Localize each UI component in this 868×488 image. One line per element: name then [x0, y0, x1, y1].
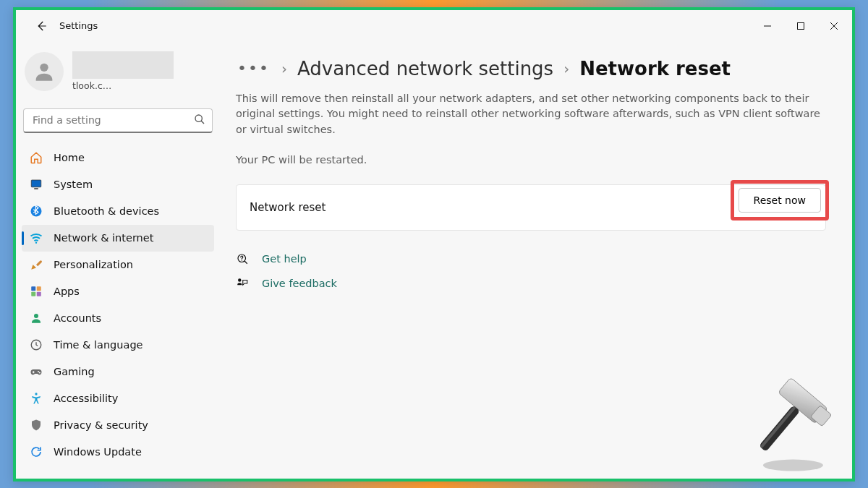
search-wrap — [23, 108, 213, 133]
avatar — [25, 52, 64, 91]
sidebar-item-label: Privacy & security — [54, 419, 148, 431]
svg-point-16 — [35, 393, 37, 395]
restart-note: Your PC will be restarted. — [236, 153, 826, 168]
breadcrumb-more-button[interactable]: ••• — [236, 59, 271, 77]
profile-name-redacted — [72, 51, 174, 79]
bluetooth-icon — [29, 204, 43, 218]
svg-rect-9 — [37, 286, 41, 291]
sidebar-item-label: Network & internet — [54, 232, 153, 244]
sidebar-item-home[interactable]: Home — [22, 145, 214, 171]
svg-point-15 — [39, 372, 41, 374]
minimize-button[interactable] — [751, 15, 784, 37]
sidebar-item-label: Personalization — [54, 259, 133, 270]
chevron-right-icon: › — [281, 60, 287, 77]
svg-rect-5 — [34, 188, 38, 189]
titlebar: Settings — [16, 10, 852, 42]
sidebar-item-label: Accessibility — [54, 393, 118, 404]
support-links: Get help Give feedback — [236, 252, 826, 290]
svg-point-14 — [38, 371, 39, 372]
feedback-link-row: Give feedback — [236, 277, 826, 290]
svg-rect-0 — [798, 22, 804, 29]
sidebar-item-windows-update[interactable]: Windows Update — [22, 439, 214, 466]
network-reset-card-wrap: Network reset Reset now — [236, 184, 826, 231]
sidebar-item-accessibility[interactable]: Accessibility — [22, 385, 214, 412]
svg-point-7 — [35, 242, 37, 244]
back-button[interactable] — [33, 18, 49, 34]
help-icon — [236, 252, 249, 265]
sidebar-item-bluetooth-devices[interactable]: Bluetooth & devices — [22, 198, 214, 225]
reset-button-highlight: Reset now — [731, 180, 829, 221]
settings-window: Settings tlook.c… — [13, 7, 855, 481]
sidebar-item-label: Home — [54, 152, 85, 163]
search-input[interactable] — [23, 108, 213, 133]
give-feedback-link[interactable]: Give feedback — [262, 278, 337, 289]
sidebar-item-gaming[interactable]: Gaming — [22, 359, 214, 385]
svg-rect-10 — [31, 292, 35, 296]
svg-rect-11 — [37, 292, 41, 296]
description-text: This will remove then reinstall all your… — [236, 91, 826, 138]
sidebar-item-label: Accounts — [54, 312, 101, 324]
chevron-right-icon: › — [563, 60, 569, 77]
svg-rect-8 — [31, 286, 35, 291]
help-link-row: Get help — [236, 252, 826, 265]
windows-update-icon — [29, 445, 43, 459]
apps-icon — [29, 284, 43, 299]
home-icon — [29, 150, 43, 165]
profile-block[interactable]: tlook.c… — [22, 48, 214, 104]
breadcrumb-item-previous[interactable]: Advanced network settings — [297, 58, 553, 80]
svg-point-18 — [238, 278, 242, 282]
reset-now-button[interactable]: Reset now — [739, 188, 821, 213]
sidebar-item-apps[interactable]: Apps — [22, 278, 214, 305]
card-title: Network reset — [250, 201, 326, 214]
minimize-icon — [763, 22, 772, 30]
sidebar: tlook.c… HomeSystemBluetooth & devicesNe… — [16, 42, 220, 479]
main-content: ••• › Advanced network settings › Networ… — [220, 42, 852, 479]
sidebar-nav: HomeSystemBluetooth & devicesNetwork & i… — [22, 145, 214, 466]
sidebar-item-label: Apps — [54, 286, 80, 297]
privacy-icon — [29, 418, 43, 432]
sidebar-item-label: Time & language — [54, 339, 143, 351]
system-icon — [29, 177, 43, 192]
maximize-icon — [796, 22, 805, 30]
sidebar-item-accounts[interactable]: Accounts — [22, 305, 214, 332]
back-arrow-icon — [35, 20, 48, 33]
profile-email: tlook.c… — [72, 80, 174, 91]
gaming-icon — [29, 364, 43, 379]
accounts-icon — [29, 311, 43, 325]
svg-rect-3 — [31, 180, 41, 187]
sidebar-item-label: Bluetooth & devices — [54, 205, 159, 217]
sidebar-item-network-internet[interactable]: Network & internet — [22, 225, 214, 252]
close-icon — [830, 22, 838, 30]
sidebar-item-label: System — [54, 179, 93, 190]
breadcrumb-current: Network reset — [579, 58, 731, 80]
sidebar-item-system[interactable]: System — [22, 171, 214, 198]
window-title: Settings — [59, 20, 98, 31]
svg-point-6 — [31, 206, 42, 217]
sidebar-item-label: Windows Update — [54, 446, 142, 458]
page-description: This will remove then reinstall all your… — [236, 91, 826, 168]
accessibility-icon — [29, 391, 43, 406]
sidebar-item-time-language[interactable]: Time & language — [22, 332, 214, 359]
breadcrumb: ••• › Advanced network settings › Networ… — [236, 58, 826, 80]
svg-point-12 — [34, 314, 38, 318]
sidebar-item-privacy-security[interactable]: Privacy & security — [22, 412, 214, 439]
svg-point-1 — [40, 63, 48, 71]
maximize-button[interactable] — [784, 15, 817, 37]
person-icon — [32, 59, 56, 84]
wifi-icon — [29, 231, 43, 245]
sidebar-item-label: Gaming — [54, 366, 95, 377]
time-language-icon — [29, 338, 43, 352]
get-help-link[interactable]: Get help — [262, 253, 307, 265]
close-button[interactable] — [817, 15, 851, 37]
personalization-icon — [29, 257, 43, 272]
sidebar-item-personalization[interactable]: Personalization — [22, 252, 214, 278]
feedback-icon — [236, 277, 249, 290]
